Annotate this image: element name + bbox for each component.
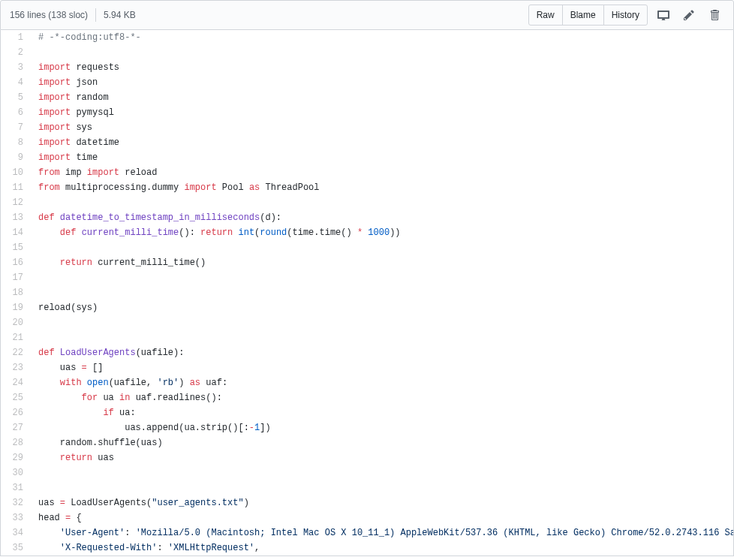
line-content: 'User-Agent': 'Mozilla/5.0 (Macintosh; I… <box>31 525 734 540</box>
line-number[interactable]: 22 <box>1 345 31 360</box>
line-number[interactable]: 11 <box>1 180 31 195</box>
code-line: 10from imp import reload <box>1 165 734 180</box>
file-info: 156 lines (138 sloc) 5.94 KB <box>10 8 136 22</box>
line-number[interactable]: 13 <box>1 210 31 225</box>
line-number[interactable]: 34 <box>1 525 31 540</box>
line-content: ​ <box>31 270 734 285</box>
line-content: ​ <box>31 240 734 255</box>
line-number[interactable]: 21 <box>1 330 31 345</box>
line-number[interactable]: 15 <box>1 240 31 255</box>
line-number[interactable]: 4 <box>1 75 31 90</box>
line-content: 'X-Requested-With': 'XMLHttpRequest', <box>31 540 734 555</box>
code-line: 28 random.shuffle(uas) <box>1 435 734 450</box>
line-number[interactable]: 10 <box>1 165 31 180</box>
line-content: head = { <box>31 510 734 525</box>
code-line: 8import datetime <box>1 135 734 150</box>
line-number[interactable]: 2 <box>1 45 31 60</box>
line-content: ​ <box>31 315 734 330</box>
line-number[interactable]: 9 <box>1 150 31 165</box>
line-number[interactable]: 28 <box>1 435 31 450</box>
line-content: ​ <box>31 480 734 495</box>
line-number[interactable]: 1 <box>1 30 31 45</box>
line-number[interactable]: 8 <box>1 135 31 150</box>
code-line: 3import requests <box>1 60 734 75</box>
line-number[interactable]: 7 <box>1 120 31 135</box>
line-content: # -*-coding:utf8-*- <box>31 30 734 45</box>
history-button[interactable]: History <box>603 5 648 26</box>
line-content: import json <box>31 75 734 90</box>
file-header: 156 lines (138 sloc) 5.94 KB Raw Blame H… <box>0 0 734 30</box>
line-number[interactable]: 18 <box>1 285 31 300</box>
code-line: 33head = { <box>1 510 734 525</box>
code-line: 13def datetime_to_timestamp_in_milliseco… <box>1 210 734 225</box>
line-number[interactable]: 24 <box>1 375 31 390</box>
code-line: 20​ <box>1 315 734 330</box>
line-content: uas = LoadUserAgents("user_agents.txt") <box>31 495 734 510</box>
code-line: 29 return uas <box>1 450 734 465</box>
line-number[interactable]: 25 <box>1 390 31 405</box>
code-line: 23 uas = [] <box>1 360 734 375</box>
line-content: def datetime_to_timestamp_in_millisecond… <box>31 210 734 225</box>
code-line: 30​ <box>1 465 734 480</box>
line-content: ​ <box>31 195 734 210</box>
line-content: import pymysql <box>31 105 734 120</box>
code-line: 2​ <box>1 45 734 60</box>
code-line: 34 'User-Agent': 'Mozilla/5.0 (Macintosh… <box>1 525 734 540</box>
line-number[interactable]: 26 <box>1 405 31 420</box>
line-content: ​ <box>31 465 734 480</box>
line-content: import sys <box>31 120 734 135</box>
line-number[interactable]: 20 <box>1 315 31 330</box>
line-content: from imp import reload <box>31 165 734 180</box>
code-line: 27 uas.append(ua.strip()[:-1]) <box>1 420 734 435</box>
line-content: import requests <box>31 60 734 75</box>
code-line: 7import sys <box>1 120 734 135</box>
blame-button[interactable]: Blame <box>562 5 604 26</box>
code-line: 15​ <box>1 240 734 255</box>
file-size: 5.94 KB <box>104 10 136 20</box>
line-content: import random <box>31 90 734 105</box>
file-lines: 156 lines (138 sloc) <box>10 10 88 20</box>
desktop-icon[interactable] <box>654 5 673 25</box>
code-line: 24 with open(uafile, 'rb') as uaf: <box>1 375 734 390</box>
code-blob: 1# -*-coding:utf8-*-2​3import requests4i… <box>0 30 734 556</box>
line-content: from multiprocessing.dummy import Pool a… <box>31 180 734 195</box>
line-number[interactable]: 19 <box>1 300 31 315</box>
line-content: ​ <box>31 45 734 60</box>
line-number[interactable]: 5 <box>1 90 31 105</box>
line-content: if ua: <box>31 405 734 420</box>
line-content: import time <box>31 150 734 165</box>
code-line: 19reload(sys) <box>1 300 734 315</box>
code-line: 16 return current_milli_time() <box>1 255 734 270</box>
pencil-icon[interactable] <box>679 5 699 25</box>
line-number[interactable]: 14 <box>1 225 31 240</box>
line-number[interactable]: 12 <box>1 195 31 210</box>
line-number[interactable]: 16 <box>1 255 31 270</box>
code-line: 4import json <box>1 75 734 90</box>
line-number[interactable]: 3 <box>1 60 31 75</box>
code-line: 31​ <box>1 480 734 495</box>
line-number[interactable]: 30 <box>1 465 31 480</box>
line-number[interactable]: 33 <box>1 510 31 525</box>
code-line: 9import time <box>1 150 734 165</box>
line-number[interactable]: 17 <box>1 270 31 285</box>
line-number[interactable]: 29 <box>1 450 31 465</box>
raw-button[interactable]: Raw <box>528 5 563 26</box>
line-content: uas = [] <box>31 360 734 375</box>
file-actions: Raw Blame History <box>528 5 724 26</box>
line-number[interactable]: 27 <box>1 420 31 435</box>
line-number[interactable]: 32 <box>1 495 31 510</box>
line-number[interactable]: 23 <box>1 360 31 375</box>
line-content: return uas <box>31 450 734 465</box>
line-content: reload(sys) <box>31 300 734 315</box>
line-content: import datetime <box>31 135 734 150</box>
code-table: 1# -*-coding:utf8-*-2​3import requests4i… <box>1 30 734 555</box>
code-line: 35 'X-Requested-With': 'XMLHttpRequest', <box>1 540 734 555</box>
line-number[interactable]: 6 <box>1 105 31 120</box>
code-line: 25 for ua in uaf.readlines(): <box>1 390 734 405</box>
line-content: uas.append(ua.strip()[:-1]) <box>31 420 734 435</box>
line-number[interactable]: 31 <box>1 480 31 495</box>
line-number[interactable]: 35 <box>1 540 31 555</box>
trash-icon[interactable] <box>705 5 724 25</box>
code-line: 22def LoadUserAgents(uafile): <box>1 345 734 360</box>
line-content: return current_milli_time() <box>31 255 734 270</box>
